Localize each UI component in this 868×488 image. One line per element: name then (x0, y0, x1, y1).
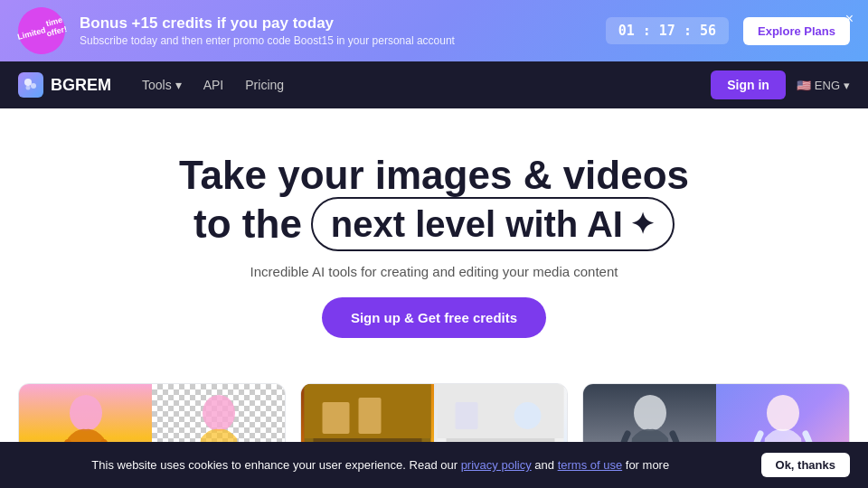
privacy-policy-link[interactable]: privacy policy (461, 458, 532, 472)
explore-plans-button[interactable]: Explore Plans (743, 17, 850, 45)
svg-point-0 (24, 79, 32, 86)
svg-point-21 (514, 402, 542, 429)
flag-icon: 🇺🇸 (797, 79, 811, 92)
svg-point-1 (31, 83, 36, 89)
language-selector[interactable]: 🇺🇸 ENG ▾ (797, 79, 850, 92)
promo-banner: Limited time offer! Bonus +15 credits if… (0, 0, 868, 61)
chevron-down-icon: ▾ (844, 79, 850, 92)
svg-rect-22 (456, 402, 478, 429)
svg-point-3 (70, 395, 102, 431)
logo[interactable]: BGREM (18, 72, 111, 98)
countdown-timer: 01 : 17 : 56 (606, 17, 729, 44)
terms-of-use-link[interactable]: terms of use (558, 458, 623, 472)
ai-sparkle-icon: ✦ (630, 207, 655, 241)
svg-point-23 (634, 395, 666, 431)
nav-right: Sign in 🇺🇸 ENG ▾ (711, 70, 850, 99)
signup-button[interactable]: Sign up & Get free credits (322, 297, 546, 338)
svg-point-8 (203, 395, 235, 431)
signin-button[interactable]: Sign in (711, 70, 786, 99)
cookie-banner: This website uses cookies to enhance you… (0, 442, 868, 488)
nav-tools[interactable]: Tools ▾ (133, 72, 191, 98)
nav-api[interactable]: API (194, 72, 233, 98)
hero-subtitle: Incredible AI tools for creating and edi… (18, 264, 850, 279)
limited-offer-badge: Limited time offer! (13, 2, 71, 60)
svg-point-24 (767, 395, 799, 431)
main-nav: BGREM Tools ▾ API Pricing Sign in 🇺🇸 ENG… (0, 61, 868, 108)
hero-title-line2: to the next level with AI ✦ (18, 197, 850, 251)
close-icon[interactable]: × (842, 7, 857, 31)
banner-text-content: Bonus +15 credits if you pay today Subsc… (80, 14, 591, 47)
hero-pill: next level with AI ✦ (311, 197, 675, 251)
svg-rect-12 (323, 402, 350, 434)
banner-title: Bonus +15 credits if you pay today (80, 14, 591, 33)
cookie-ok-button[interactable]: Ok, thanks (761, 453, 850, 477)
hero-section: Take your images & videos to the next le… (0, 108, 868, 365)
nav-links: Tools ▾ API Pricing (133, 72, 689, 98)
nav-pricing[interactable]: Pricing (236, 72, 293, 98)
hero-title-prefix: to the (193, 201, 302, 249)
svg-rect-13 (359, 398, 382, 434)
svg-point-2 (26, 86, 31, 90)
banner-subtitle: Subscribe today and then enter promo cod… (80, 34, 591, 47)
hero-title-line1: Take your images & videos (18, 154, 850, 197)
logo-icon (18, 72, 43, 98)
logo-text: BGREM (51, 76, 111, 95)
chevron-down-icon: ▾ (175, 78, 182, 92)
cookie-text: This website uses cookies to enhance you… (18, 458, 743, 472)
